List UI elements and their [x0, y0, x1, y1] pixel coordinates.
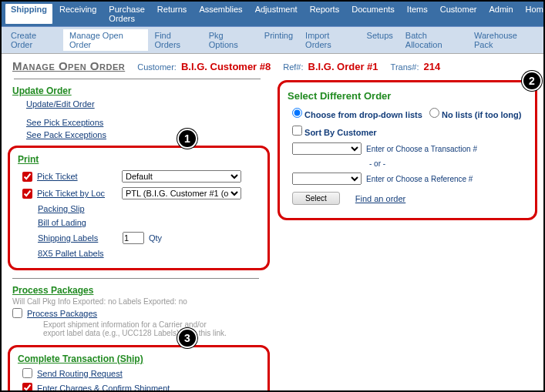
page-title-bar: Manage Open Order Customer: B.I.G. Custo… [2, 54, 543, 75]
pick-ticket-loc-select[interactable]: PTL (B.I.G. Customer #1 (orig [122, 187, 241, 199]
ref-hint: Enter or Choose a Reference # [366, 175, 473, 183]
left-column: Update Order Update/Edit Order See Pick … [8, 75, 270, 392]
complete-highlight-box: Complete Transaction (Ship) Send Routing… [8, 345, 270, 392]
pallet-labels-link[interactable]: 8X5 Pallet Labels [38, 249, 118, 258]
sub-menubar: Create OrderManage Open OrderFind Orders… [2, 27, 543, 54]
process-packages-checkbox[interactable] [12, 308, 22, 318]
process-packages-section: Process Packages Will Call Pkg Info Expo… [8, 270, 270, 340]
menu-returns[interactable]: Returns [151, 3, 193, 25]
menu-home[interactable]: Home [520, 3, 545, 25]
print-head: Print [18, 154, 260, 168]
submenu-find-orders[interactable]: Find Orders [148, 29, 202, 51]
trans-hint: Enter or Choose a Transaction # [366, 145, 477, 153]
complete-head: Complete Transaction (Ship) [18, 353, 260, 366]
nolists-radio-label[interactable]: No lists (if too long) [429, 110, 521, 119]
update-edit-link[interactable]: Update/Edit Order [8, 98, 270, 110]
or-label: - or - [369, 159, 385, 168]
select-button[interactable]: Select [292, 192, 340, 205]
trans-label: Trans#: [391, 62, 419, 72]
shipping-labels-link[interactable]: Shipping Labels [38, 233, 118, 243]
select-order-head: Select Different Order [288, 90, 527, 105]
submenu-create-order[interactable]: Create Order [5, 29, 63, 51]
badge-1: 1 [177, 129, 197, 149]
pick-ticket-checkbox[interactable] [22, 172, 32, 182]
ref-select[interactable] [292, 173, 362, 185]
menu-adjustment[interactable]: Adjustment [249, 3, 304, 25]
submenu-warehouse-pack[interactable]: Warehouse Pack [468, 29, 540, 51]
update-order-head: Update Order [8, 81, 270, 98]
ref-label: Ref#: [283, 62, 303, 72]
menu-shipping[interactable]: Shipping [5, 3, 53, 25]
sort-customer-label[interactable]: Sort By Customer [292, 128, 377, 137]
menu-customer[interactable]: Customer [434, 3, 483, 25]
submenu-printing[interactable]: Printing [258, 29, 299, 51]
menu-admin[interactable]: Admin [483, 3, 519, 25]
menu-items[interactable]: Items [401, 3, 434, 25]
submenu-import-orders[interactable]: Import Orders [299, 29, 360, 51]
ref-value: B.I.G. Order #1 [308, 61, 378, 72]
trans-value: 214 [423, 61, 440, 72]
routing-checkbox[interactable] [22, 368, 32, 378]
nolists-radio[interactable] [429, 108, 439, 118]
menu-receiving[interactable]: Receiving [53, 3, 103, 25]
sort-customer-checkbox[interactable] [292, 126, 302, 136]
process-head: Process Packages [12, 280, 270, 297]
menu-reports[interactable]: Reports [304, 3, 346, 25]
routing-link[interactable]: Send Routing Request [37, 369, 191, 378]
dropdown-radio[interactable] [292, 108, 302, 118]
enter-charges-checkbox[interactable] [22, 383, 32, 392]
qty-label: Qty [149, 233, 162, 243]
process-status: Will Call Pkg Info Exported: no Labels E… [12, 297, 270, 306]
main-menubar: ShippingReceivingPurchase OrdersReturnsA… [2, 2, 543, 27]
trans-select[interactable] [292, 142, 362, 155]
process-packages-link[interactable]: Process Packages [27, 309, 107, 318]
print-highlight-box: Print Pick Ticket Default Pick Ticket by… [8, 146, 270, 270]
submenu-batch-allocation[interactable]: Batch Allocation [399, 29, 468, 51]
right-column: 2 Select Different Order Choose from dro… [278, 75, 537, 392]
badge-3: 3 [177, 328, 197, 348]
badge-2: 2 [522, 71, 542, 91]
pick-exceptions-link[interactable]: See Pick Exceptions [8, 116, 270, 129]
submenu-setups[interactable]: Setups [361, 29, 399, 51]
pick-ticket-loc-checkbox[interactable] [22, 189, 32, 199]
find-order-link[interactable]: Find an order [355, 194, 405, 203]
enter-charges-link[interactable]: Enter Charges & Confirm Shipment [37, 384, 199, 393]
shipping-labels-qty-input[interactable] [123, 232, 144, 244]
packing-slip-link[interactable]: Packing Slip [38, 204, 118, 213]
pick-ticket-link[interactable]: Pick Ticket [37, 172, 117, 181]
pick-ticket-loc-link[interactable]: Pick Ticket by Loc [37, 189, 117, 198]
menu-documents[interactable]: Documents [345, 3, 401, 25]
page-title: Manage Open Order [12, 59, 125, 72]
submenu-manage-open-order[interactable]: Manage Open Order [63, 29, 148, 51]
menu-purchase-orders[interactable]: Purchase Orders [103, 3, 150, 25]
submenu-pkg-options[interactable]: Pkg Options [203, 29, 258, 51]
customer-value: B.I.G. Customer #8 [181, 61, 271, 72]
pick-ticket-select[interactable]: Default [122, 170, 241, 183]
menu-assemblies[interactable]: Assemblies [193, 3, 248, 25]
bol-link[interactable]: Bill of Lading [38, 218, 118, 227]
customer-label: Customer: [137, 62, 177, 72]
pack-exceptions-link[interactable]: See Pack Exceptions [8, 129, 270, 141]
select-order-box: Select Different Order Choose from drop-… [278, 80, 537, 220]
dropdown-radio-label[interactable]: Choose from drop-down lists [292, 110, 422, 119]
